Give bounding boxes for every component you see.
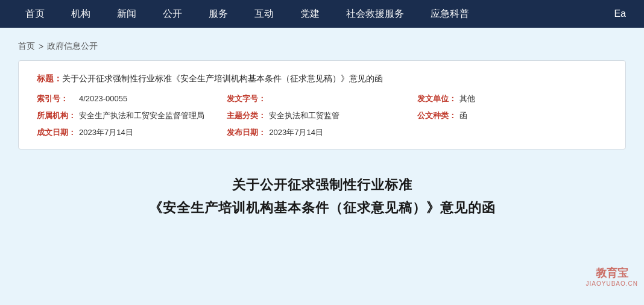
nav-ea-text: Ea — [608, 8, 632, 19]
value-zhuti: 安全执法和工贸监管 — [269, 110, 339, 121]
label-suoyin: 索引号： — [37, 93, 79, 104]
nav-item-rescue[interactable]: 社会救援服务 — [333, 0, 417, 28]
nav-bar: 首页 机构 新闻 公开 服务 互动 党建 社会救援服务 应急科普 Ea — [0, 0, 644, 28]
label-gongwen: 公文种类： — [417, 110, 459, 121]
value-suoyin: 4/2023-00055 — [79, 94, 127, 103]
info-col-fadanwei: 发文单位： 其他 — [417, 93, 607, 104]
main-content: 首页 > 政府信息公开 标题： 关于公开征求强制性行业标准《安全生产培训机构基本… — [0, 28, 644, 237]
value-fabu: 2023年7月14日 — [269, 127, 323, 138]
label-zhuti: 主题分类： — [227, 110, 269, 121]
info-col-fabu: 发布日期： 2023年7月14日 — [227, 127, 417, 138]
nav-item-news[interactable]: 新闻 — [104, 0, 150, 28]
label-fawen: 发文字号： — [227, 93, 269, 104]
value-gongwen: 函 — [459, 110, 467, 121]
info-card: 标题： 关于公开征求强制性行业标准《安全生产培训机构基本条件（征求意见稿）》意见… — [18, 60, 626, 149]
info-row-3: 成文日期： 2023年7月14日 发布日期： 2023年7月14日 — [37, 127, 607, 138]
label-fabu: 发布日期： — [227, 127, 269, 138]
label-chengwen: 成文日期： — [37, 127, 79, 138]
nav-item-public[interactable]: 公开 — [150, 0, 195, 28]
info-col-zhuti: 主题分类： 安全执法和工贸监管 — [227, 110, 417, 121]
nav-item-emergency[interactable]: 应急科普 — [417, 0, 482, 28]
watermark-en-text: JIAOYUBAO.CN — [586, 280, 638, 287]
watermark-cn-text: 教育宝 — [586, 266, 638, 280]
info-rows: 索引号： 4/2023-00055 发文字号： 发文单位： 其他 所属机构： 安… — [37, 93, 607, 138]
nav-right: Ea — [608, 8, 632, 19]
nav-item-home[interactable]: 首页 — [12, 0, 58, 28]
info-col-chengwen: 成文日期： 2023年7月14日 — [37, 127, 227, 138]
value-chengwen: 2023年7月14日 — [79, 127, 133, 138]
nav-item-institution[interactable]: 机构 — [58, 0, 104, 28]
breadcrumb-separator: > — [39, 42, 43, 51]
article-title-line2: 《安全生产培训机构基本条件（征求意见稿）》意见的函 — [18, 197, 626, 219]
info-col-gongwen: 公文种类： 函 — [417, 110, 607, 121]
nav-items: 首页 机构 新闻 公开 服务 互动 党建 社会救援服务 应急科普 — [12, 0, 482, 28]
nav-item-interact[interactable]: 互动 — [241, 0, 287, 28]
info-row-2: 所属机构： 安全生产执法和工贸安全监督管理局 主题分类： 安全执法和工贸监管 公… — [37, 110, 607, 121]
nav-item-service[interactable]: 服务 — [195, 0, 241, 28]
label-jigou: 所属机构： — [37, 110, 79, 121]
breadcrumb-current: 政府信息公开 — [47, 41, 98, 52]
info-col-suoyin: 索引号： 4/2023-00055 — [37, 93, 227, 104]
title-text: 关于公开征求强制性行业标准《安全生产培训机构基本条件（征求意见稿）》意见的函 — [62, 72, 383, 85]
info-col-jigou: 所属机构： 安全生产执法和工贸安全监督管理局 — [37, 110, 227, 121]
nav-item-party[interactable]: 党建 — [287, 0, 333, 28]
article-section: 关于公开征求强制性行业标准 《安全生产培训机构基本条件（征求意见稿）》意见的函 — [18, 162, 626, 225]
title-label: 标题： — [37, 74, 62, 84]
info-col-fawen: 发文字号： — [227, 93, 417, 104]
breadcrumb: 首页 > 政府信息公开 — [18, 35, 626, 60]
label-fadanwei: 发文单位： — [417, 93, 459, 104]
value-fadanwei: 其他 — [459, 93, 475, 104]
breadcrumb-home[interactable]: 首页 — [18, 41, 35, 52]
watermark: 教育宝 JIAOYUBAO.CN — [586, 266, 638, 287]
info-row-1: 索引号： 4/2023-00055 发文字号： 发文单位： 其他 — [37, 93, 607, 104]
value-jigou: 安全生产执法和工贸安全监督管理局 — [79, 110, 204, 121]
title-row: 标题： 关于公开征求强制性行业标准《安全生产培训机构基本条件（征求意见稿）》意见… — [37, 72, 607, 85]
article-title-line1: 关于公开征求强制性行业标准 — [18, 174, 626, 196]
